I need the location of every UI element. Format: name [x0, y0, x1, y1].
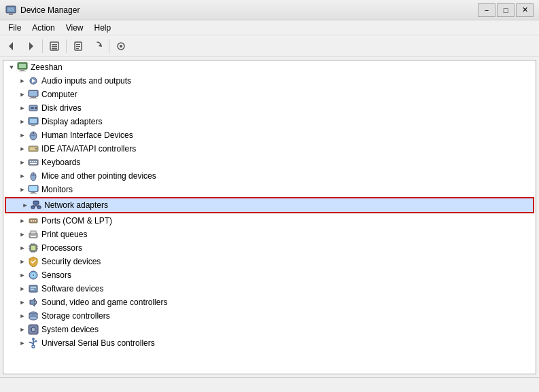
toolbar-separator-1: [42, 39, 43, 53]
sensors-expand[interactable]: ►: [17, 270, 28, 281]
security-expand[interactable]: ►: [17, 256, 28, 267]
title-bar-controls: − □ ✕: [478, 3, 534, 17]
svg-point-60: [35, 220, 36, 221]
root-expand[interactable]: ▼: [6, 62, 17, 73]
tree-item-computer[interactable]: ► Computer: [3, 88, 536, 101]
monitors-expand[interactable]: ►: [17, 184, 28, 195]
computer-expand[interactable]: ►: [17, 89, 28, 100]
processors-expand[interactable]: ►: [17, 243, 28, 253]
show-hide-icon: [49, 41, 60, 52]
tree-item-software[interactable]: ► Software devices: [3, 282, 536, 296]
forward-button[interactable]: [22, 38, 39, 54]
tree-item-ports[interactable]: ► Ports (COM & LPT): [3, 214, 536, 228]
disk-expand[interactable]: ►: [17, 103, 28, 113]
svg-rect-77: [29, 285, 37, 292]
tree-item-keyboards[interactable]: ► Keyboards: [3, 156, 536, 169]
hid-expand[interactable]: ►: [17, 130, 28, 141]
sound-icon: [28, 297, 39, 308]
back-icon: [6, 41, 17, 52]
tree-item-storage[interactable]: ► Storage controllers: [3, 309, 536, 323]
computer-icon: [17, 62, 28, 73]
tree-item-display[interactable]: ► Display adapters: [3, 115, 536, 128]
display-expand[interactable]: ►: [17, 116, 28, 127]
computer-label: Computer: [41, 90, 77, 99]
svg-rect-48: [29, 186, 37, 191]
back-button[interactable]: [3, 38, 20, 54]
hid-label: Human Interface Devices: [41, 130, 133, 140]
storage-expand[interactable]: ►: [17, 310, 28, 321]
menu-bar: File Action View Help: [0, 20, 539, 35]
monitors-label: Monitors: [41, 185, 73, 194]
storage-label: Storage controllers: [41, 311, 110, 321]
svg-point-15: [120, 45, 122, 48]
svg-rect-17: [19, 64, 26, 68]
print-label: Print queues: [41, 230, 87, 239]
app-icon: [5, 5, 16, 16]
tree-item-security[interactable]: ► Security devices: [3, 255, 536, 268]
tree-item-mice[interactable]: ► Mice and other pointing devices: [3, 169, 536, 183]
svg-rect-19: [19, 71, 26, 71]
ports-expand[interactable]: ►: [17, 215, 28, 226]
title-bar: Device Manager − □ ✕: [0, 0, 539, 20]
svg-rect-12: [76, 48, 79, 49]
svg-rect-7: [52, 46, 57, 48]
print-expand[interactable]: ►: [17, 229, 28, 240]
system-icon: [28, 324, 39, 335]
svg-marker-4: [29, 42, 33, 50]
audio-expand[interactable]: ►: [17, 75, 28, 86]
svg-rect-50: [30, 193, 37, 194]
tree-root[interactable]: ▼ Zeeshan: [3, 60, 536, 74]
scan-hardware-button[interactable]: [112, 38, 130, 54]
svg-rect-6: [52, 44, 57, 46]
menu-view[interactable]: View: [60, 22, 89, 34]
menu-action[interactable]: Action: [27, 22, 60, 34]
sound-expand[interactable]: ►: [17, 297, 28, 308]
tree-item-print[interactable]: ► Print queues: [3, 228, 536, 241]
hid-icon: [28, 130, 39, 141]
ide-expand[interactable]: ►: [17, 143, 28, 154]
tree-item-hid[interactable]: ► Human Interface Devices: [3, 128, 536, 142]
tree-item-disk[interactable]: ► Disk drives: [3, 101, 536, 115]
tree-item-audio[interactable]: ► Audio inputs and outputs: [3, 74, 536, 88]
show-hide-button[interactable]: [46, 38, 63, 54]
device-tree[interactable]: ▼ Zeeshan ► Audio inputs and outputs: [3, 60, 536, 374]
tree-item-sensors[interactable]: ► Sensors: [3, 268, 536, 282]
tree-item-processors[interactable]: ► Processors: [3, 241, 536, 255]
svg-marker-80: [30, 298, 35, 306]
software-expand[interactable]: ►: [17, 283, 28, 294]
svg-rect-28: [31, 107, 34, 109]
svg-rect-2: [9, 14, 13, 15]
svg-point-27: [35, 107, 37, 109]
menu-help[interactable]: Help: [89, 22, 117, 34]
menu-file[interactable]: File: [3, 22, 27, 34]
toolbar: [0, 35, 539, 57]
keyboards-expand[interactable]: ►: [17, 157, 28, 168]
tree-item-monitors[interactable]: ► Monitors: [3, 183, 536, 196]
close-button[interactable]: ✕: [516, 3, 534, 17]
svg-rect-40: [32, 161, 33, 162]
minimize-button[interactable]: −: [478, 3, 495, 17]
svg-point-89: [32, 338, 35, 340]
tree-item-ide[interactable]: ► IDE ATA/ATAPI controllers: [3, 142, 536, 156]
svg-rect-39: [30, 161, 31, 162]
software-icon: [28, 283, 39, 294]
tree-item-usb[interactable]: ► Universal Serial Bus controllers: [3, 336, 536, 350]
monitor-icon: [28, 184, 39, 195]
maximize-button[interactable]: □: [497, 3, 515, 17]
usb-expand[interactable]: ►: [17, 338, 28, 349]
svg-point-90: [35, 340, 37, 342]
properties-button[interactable]: [69, 38, 87, 54]
ports-icon: [28, 215, 39, 226]
svg-rect-51: [33, 201, 39, 204]
network-highlight-box: ► Network adapters: [5, 197, 534, 213]
svg-rect-11: [76, 46, 80, 47]
system-expand[interactable]: ►: [17, 324, 28, 335]
window-title: Device Manager: [20, 5, 80, 15]
network-expand[interactable]: ►: [20, 200, 31, 211]
mice-expand[interactable]: ►: [17, 171, 28, 181]
tree-item-network[interactable]: ► Network adapters: [6, 198, 533, 212]
tree-item-system[interactable]: ► System devices: [3, 323, 536, 336]
update-driver-button[interactable]: [88, 38, 106, 54]
tree-item-sound[interactable]: ► Sound, video and game controllers: [3, 296, 536, 309]
processor-icon: [28, 243, 39, 253]
